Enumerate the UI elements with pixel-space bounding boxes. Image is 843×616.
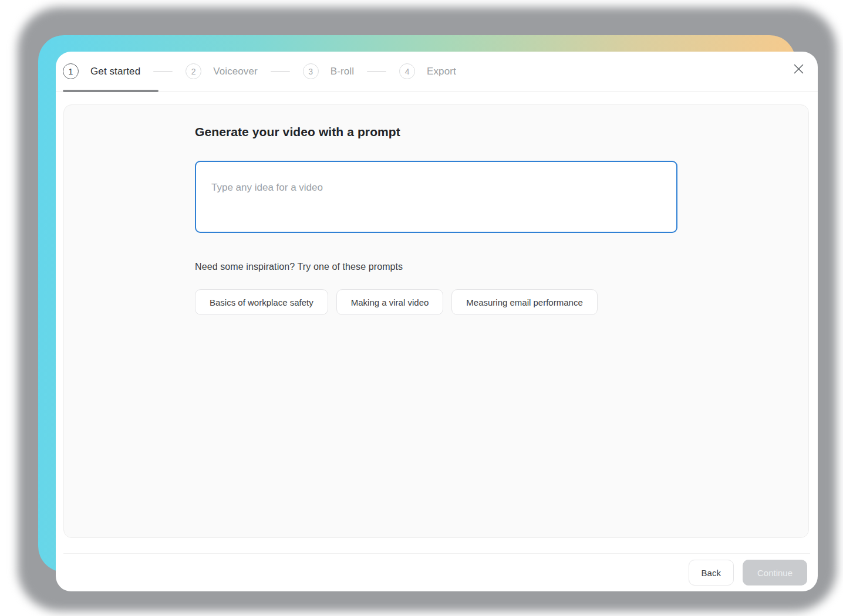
- step-voiceover[interactable]: 2 Voiceover: [186, 63, 258, 79]
- step-number-badge: 2: [186, 63, 201, 79]
- suggestion-chip-email-performance[interactable]: Measuring email performance: [451, 289, 597, 315]
- step-label: Get started: [90, 66, 140, 77]
- step-connector: [367, 71, 386, 72]
- wizard-footer: Back Continue: [63, 553, 810, 591]
- video-wizard-modal: 1 Get started 2 Voiceover 3 B-roll 4 Exp…: [56, 52, 818, 591]
- video-prompt-input[interactable]: [195, 161, 677, 233]
- continue-button[interactable]: Continue: [743, 560, 807, 585]
- wizard-content-panel: Generate your video with a prompt Need s…: [63, 104, 809, 538]
- step-label: Voiceover: [213, 66, 258, 77]
- step-number-badge: 1: [63, 63, 79, 79]
- step-connector: [153, 71, 173, 72]
- suggestion-chip-workplace-safety[interactable]: Basics of workplace safety: [195, 289, 328, 315]
- page-title: Generate your video with a prompt: [195, 125, 677, 139]
- step-b-roll[interactable]: 3 B-roll: [303, 63, 354, 79]
- close-button[interactable]: [788, 59, 809, 80]
- step-number-badge: 3: [303, 63, 319, 79]
- back-button[interactable]: Back: [689, 560, 734, 585]
- wizard-stepper: 1 Get started 2 Voiceover 3 B-roll 4 Exp…: [56, 52, 818, 92]
- step-get-started[interactable]: 1 Get started: [63, 63, 140, 79]
- step-export[interactable]: 4 Export: [399, 63, 456, 79]
- active-step-underline: [63, 90, 159, 92]
- step-connector: [271, 71, 290, 72]
- inspiration-label: Need some inspiration? Try one of these …: [195, 262, 677, 272]
- prompt-suggestions: Basics of workplace safety Making a vira…: [195, 289, 677, 315]
- step-label: Export: [427, 66, 456, 77]
- suggestion-chip-viral-video[interactable]: Making a viral video: [336, 289, 444, 315]
- step-number-badge: 4: [399, 63, 415, 79]
- close-icon: [793, 63, 804, 76]
- step-label: B-roll: [331, 66, 354, 77]
